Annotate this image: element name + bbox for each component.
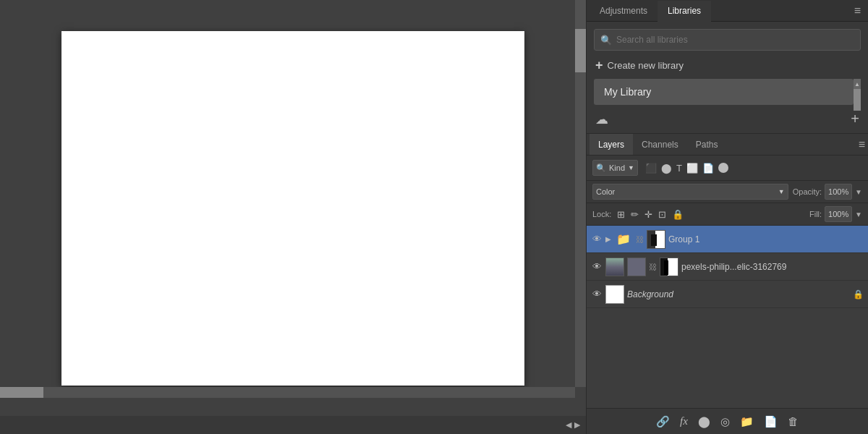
layer-mask-group1 [647,230,665,249]
visibility-toggle-background[interactable]: 👁 [591,289,603,299]
status-bar: ◀ ▶ [0,416,586,434]
lock-pixels-icon[interactable]: ⊞ [617,209,625,220]
vertical-scrollbar[interactable] [575,0,586,387]
color-opacity-row: Color ▼ Opacity: ▼ [587,181,868,203]
filter-smart-icon[interactable]: 📄 [702,163,714,174]
create-library-label: Create new library [608,60,684,71]
scroll-thumb[interactable] [854,89,861,111]
library-item-label: My Library [604,86,651,98]
group-layers-icon[interactable]: 📁 [740,415,754,428]
color-dropdown-arrow: ▼ [778,188,785,195]
layer-thumb-pexels-img [605,258,624,276]
scroll-up-arrow[interactable]: ▲ [854,79,861,89]
add-mask-icon[interactable]: ⬤ [698,415,710,428]
layers-menu-icon[interactable]: ≡ [859,138,865,151]
color-select[interactable]: Color ▼ [592,184,788,200]
kind-dropdown-arrow: ▼ [628,164,634,171]
fx-icon[interactable]: fx [680,415,688,427]
kind-label: Kind [609,163,625,172]
layer-row-pexels[interactable]: 👁 ⛓ pexels-philip...elic-3162769 [587,253,868,281]
canvas-wrapper [0,0,586,416]
fill-label: Fill: [809,210,822,218]
right-panel: Adjustments Libraries ≡ 🔍 + Create new l… [586,0,868,434]
libraries-list: My Library ▲ ▼ [594,79,861,106]
library-item-my-library[interactable]: My Library [594,79,854,105]
link-layers-icon[interactable]: 🔗 [656,415,670,428]
lock-label: Lock: [592,210,611,218]
visibility-toggle-pexels[interactable]: 👁 [591,261,603,272]
filter-circle-icon[interactable] [718,163,728,173]
delete-layer-icon[interactable]: 🗑 [788,415,799,427]
scroll-track [854,89,861,96]
add-to-library-icon[interactable]: + [851,111,859,127]
new-layer-icon[interactable]: 📄 [764,415,778,428]
layer-lock-icon-background: 🔒 [853,289,864,299]
libraries-content: My Library [594,79,854,106]
filter-icons: ⬛ ⬤ T ⬜ 📄 [645,163,728,174]
filter-pixel-icon[interactable]: ⬛ [645,163,657,174]
layer-name-background: Background [627,289,850,299]
fill-dropdown-arrow[interactable]: ▼ [855,210,862,218]
layer-row-group1[interactable]: 👁 ▶ 📁 ⛓ Group 1 [587,226,868,253]
horizontal-scrollbar[interactable] [0,387,575,398]
layer-thumb-folder: 📁 [614,230,633,249]
canvas-document [61,31,524,386]
chain-icon-pexels: ⛓ [649,263,657,271]
panel-menu-icon[interactable]: ≡ [850,4,865,17]
fill-row: Fill: ▼ [809,206,862,222]
add-adjustment-icon[interactable]: ◎ [720,415,730,428]
chain-icon-group1: ⛓ [636,235,644,244]
lock-icons: ⊞ ✏ ✛ ⊡ 🔒 [617,209,684,220]
libraries-scrollbar[interactable]: ▲ ▼ [854,79,861,106]
opacity-input[interactable] [825,184,852,200]
layer-thumb-pexels-img2 [627,258,646,276]
scrollbar-thumb[interactable] [575,29,586,72]
tab-channels[interactable]: Channels [633,134,687,155]
search-filter-icon: 🔍 [596,163,606,173]
layer-row-background[interactable]: 👁 Background 🔒 [587,281,868,308]
plus-icon: + [595,58,603,73]
opacity-row: Opacity: ▼ [793,184,862,200]
opacity-label: Opacity: [793,187,822,196]
expand-arrow-group1[interactable]: ▶ [605,235,611,243]
layer-filters: 🔍 Kind ▼ ⬛ ⬤ T ⬜ 📄 [587,156,868,181]
cloud-icon[interactable]: ☁ [595,111,608,127]
layers-section: Layers Channels Paths ≡ 🔍 Kind ▼ ⬛ ⬤ T ⬜… [587,134,868,434]
layer-thumb-background [605,285,624,304]
kind-select[interactable]: 🔍 Kind ▼ [592,160,638,176]
library-bottom-row: ☁ + [594,106,861,129]
tab-adjustments[interactable]: Adjustments [590,1,658,22]
tab-paths[interactable]: Paths [687,134,727,155]
tab-libraries[interactable]: Libraries [658,1,711,22]
filter-adj-icon[interactable]: ⬤ [661,163,672,174]
layer-mask-pexels [660,258,678,276]
fill-input[interactable] [825,206,852,222]
filter-shape-icon[interactable]: ⬜ [686,163,698,174]
layer-name-pexels: pexels-philip...elic-3162769 [681,262,864,272]
bottom-bar-right: ◀ ▶ [566,420,580,430]
scrollbar-thumb-h[interactable] [0,387,43,398]
lock-artboard-icon[interactable]: ⊡ [658,209,666,220]
nav-arrow-right[interactable]: ▶ [574,420,580,430]
lock-move-icon[interactable]: ✛ [644,209,652,220]
libraries-section: 🔍 + Create new library My Library ▲ ▼ [587,22,868,133]
filter-type-icon[interactable]: T [676,163,682,174]
layer-name-group1: Group 1 [668,234,864,244]
canvas-area: ◀ ▶ [0,0,586,434]
lock-all-icon[interactable]: 🔒 [672,209,684,220]
lock-row: Lock: ⊞ ✏ ✛ ⊡ 🔒 Fill: ▼ [587,203,868,226]
lock-paint-icon[interactable]: ✏ [631,209,639,220]
create-new-library-button[interactable]: + Create new library [594,51,861,79]
color-label: Color [596,187,615,196]
nav-arrow-left[interactable]: ◀ [566,420,571,430]
visibility-toggle-group1[interactable]: 👁 [591,234,603,244]
search-bar[interactable]: 🔍 [594,29,861,51]
search-icon: 🔍 [600,35,612,46]
layers-tabs: Layers Channels Paths ≡ [587,134,868,156]
layer-list: 👁 ▶ 📁 ⛓ Group 1 👁 ⛓ [587,226,868,408]
search-input[interactable] [616,35,854,45]
opacity-dropdown-arrow[interactable]: ▼ [855,188,862,196]
panel-tabs: Adjustments Libraries ≡ [587,0,868,22]
layers-bottom-toolbar: 🔗 fx ⬤ ◎ 📁 📄 🗑 [587,408,868,434]
tab-layers[interactable]: Layers [590,134,633,155]
